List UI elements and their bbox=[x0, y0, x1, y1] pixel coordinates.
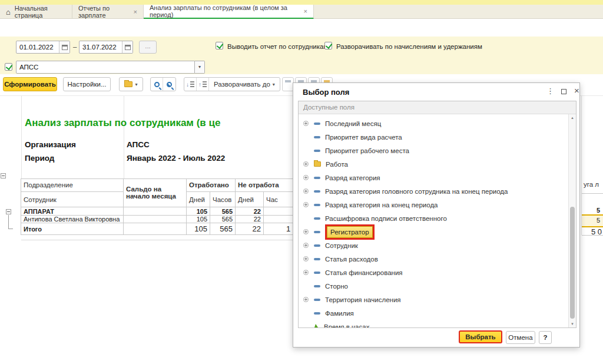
field-list-item[interactable]: Территория начисления bbox=[299, 293, 568, 306]
not-worked-days-cell[interactable]: 22 bbox=[236, 223, 264, 235]
worked-days-cell[interactable]: 105 bbox=[187, 216, 210, 223]
saldo-cell[interactable] bbox=[124, 207, 187, 216]
date-from-field[interactable]: 01.01.2022 bbox=[16, 41, 70, 54]
col-header-hours[interactable]: Час bbox=[264, 192, 293, 207]
maximize-icon[interactable] bbox=[561, 89, 566, 94]
scroll-down-icon[interactable]: ▼ bbox=[569, 322, 576, 326]
top-accent-strip bbox=[0, 0, 603, 5]
organization-field[interactable]: АПСС bbox=[16, 61, 195, 74]
tab-salary-reports[interactable]: Отчеты по зарплате × bbox=[72, 5, 144, 19]
field-list-item[interactable]: Сотрудник bbox=[299, 239, 568, 252]
field-list-item[interactable]: Статья расходов bbox=[299, 252, 568, 266]
tab-home[interactable]: ⌂ Начальная страница bbox=[0, 5, 72, 19]
col-header-saldo[interactable]: Сальдо на начало месяца bbox=[124, 178, 187, 207]
field-icon bbox=[314, 272, 320, 274]
col-header-worked[interactable]: Отработано bbox=[187, 178, 236, 192]
col-header-not-worked[interactable]: Не отработа bbox=[236, 178, 293, 192]
calendar-button[interactable] bbox=[59, 41, 69, 53]
close-icon[interactable]: × bbox=[304, 8, 307, 15]
period-more-button[interactable]: ... bbox=[139, 41, 157, 54]
scrollbar-thumb[interactable] bbox=[570, 207, 575, 319]
worked-days-cell[interactable]: 105 bbox=[187, 207, 210, 216]
expand-groups-button[interactable]: ↑ bbox=[197, 78, 209, 91]
date-to-field[interactable]: 31.07.2022 bbox=[79, 41, 133, 54]
generate-button[interactable]: Сформировать bbox=[3, 77, 57, 91]
calendar-button[interactable] bbox=[122, 41, 132, 53]
not-worked-hours-cell[interactable] bbox=[264, 207, 293, 216]
date-from-value[interactable]: 01.01.2022 bbox=[16, 41, 59, 53]
expand-plus-icon[interactable] bbox=[303, 243, 309, 248]
expand-plus-icon[interactable] bbox=[303, 256, 309, 262]
close-icon[interactable]: × bbox=[134, 8, 137, 15]
col-header-employee[interactable]: Сотрудник bbox=[21, 192, 124, 207]
select-button[interactable]: Выбрать bbox=[459, 330, 502, 343]
expand-plus-icon[interactable] bbox=[303, 270, 309, 275]
col-header-days[interactable]: Дней bbox=[236, 192, 264, 207]
worked-hours-cell[interactable]: 565 bbox=[210, 207, 236, 216]
checkbox-expand-accruals[interactable] bbox=[324, 42, 332, 49]
field-list-item[interactable]: Сторно bbox=[299, 279, 568, 293]
row-name-cell[interactable]: Антипова Светлана Викторовна bbox=[21, 216, 124, 223]
row-name-cell[interactable]: Итого bbox=[21, 223, 124, 235]
search-next-button[interactable] bbox=[163, 78, 175, 91]
scrollbar[interactable]: ▲ ▼ bbox=[568, 114, 576, 327]
date-to-value[interactable]: 31.07.2022 bbox=[79, 41, 122, 53]
search-button[interactable] bbox=[151, 78, 163, 91]
field-list-item[interactable]: Разряд категория bbox=[299, 171, 568, 184]
field-list-items: Последний месяцПриоритет вида расчетаПри… bbox=[299, 117, 568, 327]
not-worked-hours-cell[interactable] bbox=[264, 216, 293, 223]
saldo-cell[interactable] bbox=[124, 216, 187, 223]
settings-button[interactable]: Настройки... bbox=[63, 77, 111, 91]
not-worked-days-cell[interactable]: 22 bbox=[236, 207, 264, 216]
field-list-item[interactable]: Регистратор bbox=[299, 225, 568, 239]
checkbox-report-by-employees[interactable] bbox=[216, 42, 223, 49]
close-icon[interactable]: × bbox=[574, 85, 579, 95]
fragment-value[interactable]: 5 bbox=[597, 217, 600, 224]
group-collapse-box[interactable] bbox=[1, 173, 6, 178]
checkbox-label[interactable]: Выводить отчет по сотрудникам bbox=[227, 43, 328, 50]
field-list-item[interactable]: Статья финансирования bbox=[299, 266, 568, 279]
field-list-item[interactable]: Приоритет вида расчета bbox=[299, 130, 568, 144]
field-list-item[interactable]: Время в часах bbox=[299, 320, 568, 327]
expand-plus-icon[interactable] bbox=[303, 175, 309, 180]
toolbar-partial-button-1[interactable] bbox=[282, 77, 294, 91]
collapse-groups-button[interactable]: ↓ bbox=[184, 78, 197, 91]
expand-plus-icon[interactable] bbox=[303, 188, 309, 194]
expand-plus-icon[interactable] bbox=[303, 161, 309, 167]
expand-to-button[interactable]: Разворачивать до ▾ bbox=[209, 78, 280, 91]
not-worked-hours-cell[interactable]: 1 bbox=[264, 223, 293, 235]
col-header-days[interactable]: Дней bbox=[187, 192, 210, 207]
worked-hours-cell[interactable]: 565 bbox=[210, 223, 236, 235]
expand-plus-icon[interactable] bbox=[303, 202, 309, 207]
expand-plus-icon[interactable] bbox=[303, 121, 309, 126]
field-item-label: Работа bbox=[326, 161, 348, 168]
checkbox-organization[interactable] bbox=[5, 63, 12, 71]
field-icon bbox=[314, 190, 320, 193]
worked-days-cell[interactable]: 105 bbox=[187, 223, 210, 235]
col-header-dept[interactable]: Подразделение bbox=[21, 178, 124, 192]
expand-plus-icon[interactable] bbox=[303, 229, 309, 234]
tab-salary-analysis[interactable]: Анализ зарплаты по сотрудникам (в целом … bbox=[144, 5, 314, 19]
report-variants-button[interactable]: ▾ bbox=[119, 77, 143, 91]
col-header-hours[interactable]: Часов bbox=[210, 192, 236, 207]
checkbox-label[interactable]: Разворачивать по начислениям и удержания… bbox=[336, 43, 482, 50]
field-list-item[interactable]: Фамилия bbox=[299, 306, 568, 320]
field-item-label: Разряд категория на конец периода bbox=[325, 201, 438, 209]
fragment-value[interactable]: 5 bbox=[597, 207, 600, 214]
field-list-item[interactable]: Расшифровка подписи ответственного bbox=[299, 211, 568, 225]
saldo-cell[interactable] bbox=[124, 223, 187, 235]
field-list-item[interactable]: Разряд категория головного сотрудника на… bbox=[299, 184, 568, 198]
field-list-item[interactable]: Последний месяц bbox=[299, 117, 568, 130]
cancel-button[interactable]: Отмена bbox=[506, 331, 535, 344]
kebab-menu-icon[interactable]: ⋮ bbox=[546, 87, 554, 95]
field-list-item[interactable]: Разряд категория на конец периода bbox=[299, 198, 568, 211]
scroll-up-icon[interactable]: ▲ bbox=[569, 116, 576, 120]
field-list-item[interactable]: Приоритет рабочего места bbox=[299, 144, 568, 157]
worked-hours-cell[interactable]: 565 bbox=[210, 216, 236, 223]
row-name-cell[interactable]: АППАРАТ bbox=[21, 207, 124, 216]
expand-plus-icon[interactable] bbox=[303, 297, 309, 302]
not-worked-days-cell[interactable]: 22 bbox=[236, 216, 264, 223]
field-list-item[interactable]: Работа bbox=[299, 157, 568, 171]
organization-dropdown-button[interactable]: ▾ bbox=[195, 61, 205, 74]
help-button[interactable]: ? bbox=[539, 331, 552, 344]
